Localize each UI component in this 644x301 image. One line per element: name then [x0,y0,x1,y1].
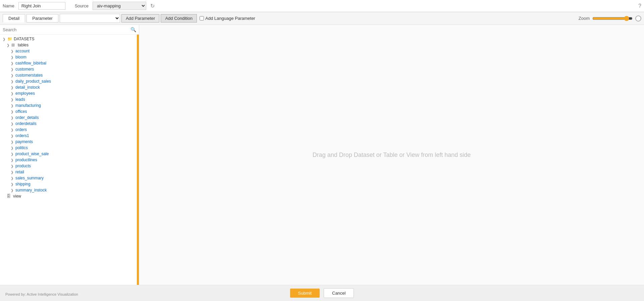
search-bar: 🔍 [0,25,139,35]
view-label: view [13,194,21,199]
search-input[interactable] [3,27,130,32]
tree-item-productlines[interactable]: ❯ productlines [0,157,139,163]
help-button[interactable]: ? [638,3,641,9]
tree-item-account[interactable]: ❯ account [0,48,139,54]
zoom-area: Zoom [579,15,641,22]
tables-label: tables [18,43,29,47]
add-parameter-button[interactable]: Add Parameter [121,14,159,23]
add-condition-button[interactable]: Add Condition [161,14,197,23]
chevron-datasets: ❯ [3,37,7,41]
tab-parameter[interactable]: Parameter [26,14,58,23]
tree-item-payments[interactable]: ❯ payments [0,139,139,145]
tree-item-orders1[interactable]: ❯ orders1 [0,133,139,139]
tree-item-bloom[interactable]: ❯ bloom [0,54,139,60]
tree-item-manufacturing[interactable]: ❯ manufacturing [0,102,139,109]
tree-item-leads[interactable]: ❯ leads [0,96,139,102]
source-select[interactable]: aiv-mapping [93,2,146,10]
tree-item-datasets[interactable]: ❯ 📁 DATASETS [0,36,139,42]
tree-item-sales-summary[interactable]: ❯ sales_summary [0,175,139,181]
search-icon: 🔍 [130,27,136,32]
header-bar: Name Source aiv-mapping ↻ ? [0,0,644,12]
zoom-slider[interactable] [592,16,633,21]
tab-detail[interactable]: Detail [3,14,25,23]
tree-item-customers[interactable]: ❯ customers [0,66,139,72]
main-content: 🔍 ❯ 📁 DATASETS ❯ ⊞ tables ❯ account [0,25,644,285]
tree-item-summary-instock[interactable]: ❯ summary_instock [0,187,139,193]
view-icon: 🗄 [7,194,12,199]
toolbar: Detail Parameter Add Parameter Add Condi… [0,12,644,25]
tab-dropdown[interactable] [60,14,120,23]
tree-container: ❯ 📁 DATASETS ❯ ⊞ tables ❯ account ❯ bloo… [0,35,139,285]
table-icon: ⊞ [11,43,17,47]
tree-item-employees[interactable]: ❯ employees [0,90,139,96]
lang-param-area: Add Language Parameter [200,16,255,21]
tree-item-cashflow-bibirbal[interactable]: ❯ cashflow_bibirbal [0,60,139,66]
submit-button[interactable]: Submit [290,289,320,298]
drop-area: Drag and Drop Dataset or Table or View f… [139,25,644,285]
tree-item-shipping[interactable]: ❯ shipping [0,181,139,187]
tree-item-orders[interactable]: ❯ orders [0,127,139,133]
folder-icon: 📁 [7,37,13,41]
refresh-button[interactable]: ↻ [150,3,155,9]
source-label: Source [75,3,89,8]
datasets-label: DATASETS [14,37,35,41]
orange-scroll-bar [137,35,139,285]
cancel-button[interactable]: Cancel [324,288,354,298]
tree-item-tables[interactable]: ❯ ⊞ tables [0,42,139,48]
sidebar: 🔍 ❯ 📁 DATASETS ❯ ⊞ tables ❯ account [0,25,139,285]
name-label: Name [3,3,14,8]
drop-text: Drag and Drop Dataset or Table or View f… [313,152,471,159]
tree-item-politics[interactable]: ❯ politics [0,145,139,151]
powered-by-text: Powered by: Active Intelligence Visualiz… [5,292,78,296]
tree-item-customerstates[interactable]: ❯ customerstates [0,72,139,78]
name-input[interactable] [18,2,65,10]
footer: Powered by: Active Intelligence Visualiz… [0,285,644,301]
chevron-tables: ❯ [7,43,11,47]
zoom-indicator [635,15,641,22]
lang-param-label: Add Language Parameter [205,16,255,21]
lang-param-checkbox[interactable] [200,16,204,20]
tree-item-products[interactable]: ❯ products [0,163,139,169]
tree-item-offices[interactable]: ❯ offices [0,109,139,115]
tree-item-view[interactable]: 🗄 view [0,193,139,199]
tree-item-product-wise-sale[interactable]: ❯ product_wise_sale [0,151,139,157]
zoom-label: Zoom [579,16,590,21]
tree-item-orderdetails[interactable]: ❯ orderdetails [0,121,139,127]
tree-item-daily-product-sales[interactable]: ❯ daily_product_sales [0,78,139,84]
tree-item-detail-instock[interactable]: ❯ detail_instock [0,84,139,90]
tree-item-retail[interactable]: ❯ retail [0,169,139,175]
tree-item-order-details[interactable]: ❯ order_details [0,115,139,121]
